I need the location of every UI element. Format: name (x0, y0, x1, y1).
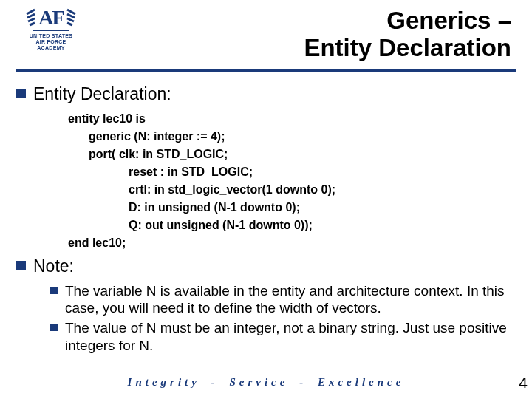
list-item: The variable N is available in the entit… (50, 282, 516, 316)
logo-text: UNITED STATES AIR FORCE ACADEMY (18, 33, 84, 51)
page-number: 4 (519, 374, 528, 392)
logo-line2: AIR FORCE (18, 39, 84, 45)
title-line2: Entity Declaration (304, 35, 511, 62)
section-entity-declaration: Entity Declaration: (16, 84, 516, 104)
header: AF UNITED STATES AIR FORCE ACADEMY Gener… (0, 0, 532, 74)
logo-underline (33, 30, 69, 31)
logo-line1: UNITED STATES (18, 33, 84, 39)
list-item: The value of N must be an integer, not a… (50, 319, 516, 353)
note-list: The variable N is available in the entit… (50, 282, 516, 354)
bullet-square-icon (16, 261, 26, 270)
code-line: Q: out unsigned (N-1 downto 0)); (129, 216, 516, 234)
section-heading: Note: (33, 256, 74, 276)
code-block: entity lec10 is generic (N: integer := 4… (68, 110, 516, 252)
code-line: reset : in STD_LOGIC; (129, 163, 516, 181)
bullet-square-small-icon (50, 287, 58, 294)
slide: AF UNITED STATES AIR FORCE ACADEMY Gener… (0, 0, 532, 399)
code-line: port( clk: in STD_LOGIC; (89, 146, 516, 163)
section-note: Note: (16, 256, 516, 276)
bullet-square-small-icon (50, 324, 58, 331)
note-text: The variable N is available in the entit… (65, 282, 516, 316)
usafa-logo: AF UNITED STATES AIR FORCE ACADEMY (18, 7, 84, 51)
bullet-square-icon (16, 89, 26, 98)
code-line: D: in unsigned (N-1 downto 0); (129, 199, 516, 216)
slide-title: Generics – Entity Declaration (304, 7, 511, 62)
wing-left-icon (24, 8, 37, 27)
slide-body: Entity Declaration: entity lec10 is gene… (16, 81, 516, 357)
section-heading: Entity Declaration: (33, 84, 171, 104)
code-line: end lec10; (68, 234, 516, 252)
wing-right-icon (65, 8, 78, 27)
header-rule (16, 69, 516, 72)
title-line1: Generics – (304, 7, 511, 35)
logo-letters: AF (38, 7, 63, 28)
footer-motto: Integrity - Service - Excellence (0, 376, 532, 389)
note-text: The value of N must be an integer, not a… (65, 319, 516, 353)
logo-top-row: AF (18, 7, 84, 28)
code-line: entity lec10 is (68, 110, 516, 128)
logo-line3: ACADEMY (18, 45, 84, 51)
code-line: generic (N: integer := 4); (89, 128, 516, 146)
code-line: crtl: in std_logic_vector(1 downto 0); (129, 181, 516, 199)
